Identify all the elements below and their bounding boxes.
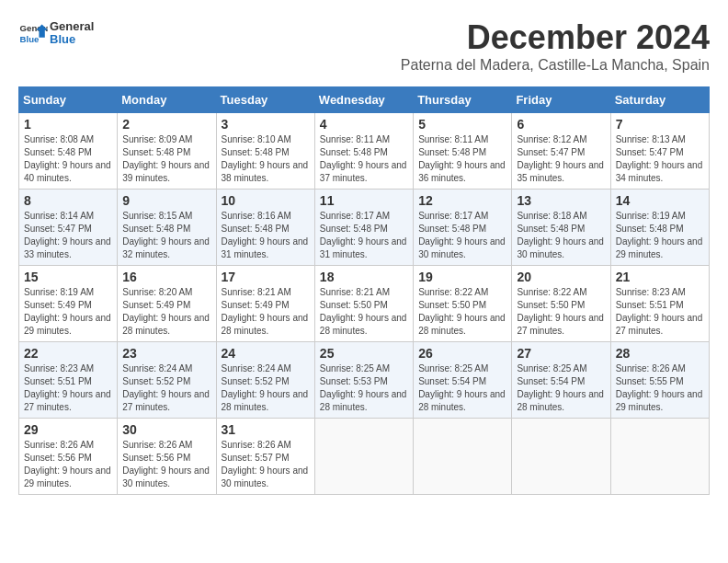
day-info: Sunrise: 8:10 AM Sunset: 5:48 PM Dayligh… — [222, 134, 309, 183]
day-info: Sunrise: 8:14 AM Sunset: 5:47 PM Dayligh… — [24, 211, 111, 259]
calendar-cell: 19 Sunrise: 8:22 AM Sunset: 5:50 PM Dayl… — [414, 266, 512, 342]
calendar-cell: 14 Sunrise: 8:19 AM Sunset: 5:48 PM Dayl… — [610, 190, 709, 266]
day-info: Sunrise: 8:17 AM Sunset: 5:48 PM Dayligh… — [418, 211, 506, 259]
day-info: Sunrise: 8:19 AM Sunset: 5:48 PM Dayligh… — [616, 211, 703, 259]
calendar-cell: 24 Sunrise: 8:24 AM Sunset: 5:52 PM Dayl… — [216, 342, 314, 419]
logo-general-text: General — [50, 19, 94, 33]
day-number: 10 — [222, 193, 310, 208]
day-number: 3 — [222, 117, 310, 132]
day-number: 12 — [418, 193, 506, 208]
calendar-cell: 16 Sunrise: 8:20 AM Sunset: 5:49 PM Dayl… — [118, 266, 216, 342]
weekday-header-wednesday: Wednesday — [314, 87, 413, 113]
weekday-header-thursday: Thursday — [414, 87, 512, 113]
day-number: 5 — [418, 117, 506, 132]
calendar-cell: 18 Sunrise: 8:21 AM Sunset: 5:50 PM Dayl… — [314, 266, 413, 342]
calendar-cell: 15 Sunrise: 8:19 AM Sunset: 5:49 PM Dayl… — [19, 266, 118, 342]
calendar-cell — [314, 419, 413, 495]
day-info: Sunrise: 8:18 AM Sunset: 5:48 PM Dayligh… — [517, 211, 604, 259]
day-info: Sunrise: 8:21 AM Sunset: 5:49 PM Dayligh… — [222, 287, 309, 336]
day-number: 22 — [24, 346, 112, 361]
calendar-cell: 25 Sunrise: 8:25 AM Sunset: 5:53 PM Dayl… — [314, 342, 413, 419]
day-number: 30 — [122, 422, 210, 437]
day-number: 16 — [122, 270, 210, 284]
weekday-header-sunday: Sunday — [19, 87, 118, 113]
calendar-cell: 28 Sunrise: 8:26 AM Sunset: 5:55 PM Dayl… — [610, 342, 709, 419]
day-number: 1 — [24, 117, 112, 132]
day-info: Sunrise: 8:26 AM Sunset: 5:56 PM Dayligh… — [122, 440, 210, 488]
day-info: Sunrise: 8:25 AM Sunset: 5:54 PM Dayligh… — [517, 363, 604, 412]
logo-icon: General Blue — [18, 18, 48, 48]
day-info: Sunrise: 8:11 AM Sunset: 5:48 PM Dayligh… — [320, 134, 407, 183]
calendar-cell: 8 Sunrise: 8:14 AM Sunset: 5:47 PM Dayli… — [19, 190, 118, 266]
day-info: Sunrise: 8:22 AM Sunset: 5:50 PM Dayligh… — [517, 287, 604, 336]
day-number: 2 — [122, 117, 210, 132]
day-info: Sunrise: 8:16 AM Sunset: 5:48 PM Dayligh… — [222, 211, 309, 259]
day-info: Sunrise: 8:23 AM Sunset: 5:51 PM Dayligh… — [616, 287, 703, 336]
day-info: Sunrise: 8:08 AM Sunset: 5:48 PM Dayligh… — [24, 134, 111, 183]
calendar-cell: 5 Sunrise: 8:11 AM Sunset: 5:48 PM Dayli… — [414, 113, 512, 190]
month-title: December 2024 — [401, 18, 710, 57]
calendar-cell: 30 Sunrise: 8:26 AM Sunset: 5:56 PM Dayl… — [118, 419, 216, 495]
day-number: 17 — [222, 270, 310, 284]
calendar-cell: 11 Sunrise: 8:17 AM Sunset: 5:48 PM Dayl… — [314, 190, 413, 266]
day-info: Sunrise: 8:13 AM Sunset: 5:47 PM Dayligh… — [616, 134, 703, 183]
weekday-header-friday: Friday — [512, 87, 610, 113]
day-info: Sunrise: 8:20 AM Sunset: 5:49 PM Dayligh… — [122, 287, 210, 336]
day-number: 23 — [122, 346, 210, 361]
svg-text:Blue: Blue — [20, 34, 40, 44]
calendar-cell: 21 Sunrise: 8:23 AM Sunset: 5:51 PM Dayl… — [610, 266, 709, 342]
day-info: Sunrise: 8:19 AM Sunset: 5:49 PM Dayligh… — [24, 287, 111, 336]
day-number: 26 — [418, 346, 506, 361]
day-info: Sunrise: 8:25 AM Sunset: 5:53 PM Dayligh… — [320, 363, 407, 412]
day-info: Sunrise: 8:23 AM Sunset: 5:51 PM Dayligh… — [24, 363, 111, 412]
calendar-cell: 4 Sunrise: 8:11 AM Sunset: 5:48 PM Dayli… — [314, 113, 413, 190]
weekday-header-tuesday: Tuesday — [216, 87, 314, 113]
day-number: 7 — [616, 117, 704, 132]
day-number: 27 — [517, 346, 605, 361]
day-number: 15 — [24, 270, 112, 284]
calendar-cell — [512, 419, 610, 495]
day-info: Sunrise: 8:15 AM Sunset: 5:48 PM Dayligh… — [122, 211, 210, 259]
day-info: Sunrise: 8:26 AM Sunset: 5:56 PM Dayligh… — [24, 440, 111, 488]
header: General Blue General Blue December 2024 … — [18, 18, 710, 83]
calendar-cell: 2 Sunrise: 8:09 AM Sunset: 5:48 PM Dayli… — [118, 113, 216, 190]
calendar-cell: 12 Sunrise: 8:17 AM Sunset: 5:48 PM Dayl… — [414, 190, 512, 266]
calendar-cell: 26 Sunrise: 8:25 AM Sunset: 5:54 PM Dayl… — [414, 342, 512, 419]
day-info: Sunrise: 8:24 AM Sunset: 5:52 PM Dayligh… — [122, 363, 210, 412]
calendar-cell: 13 Sunrise: 8:18 AM Sunset: 5:48 PM Dayl… — [512, 190, 610, 266]
day-number: 9 — [122, 193, 210, 208]
calendar-cell: 9 Sunrise: 8:15 AM Sunset: 5:48 PM Dayli… — [118, 190, 216, 266]
calendar-cell: 27 Sunrise: 8:25 AM Sunset: 5:54 PM Dayl… — [512, 342, 610, 419]
day-info: Sunrise: 8:25 AM Sunset: 5:54 PM Dayligh… — [418, 363, 506, 412]
calendar-cell: 20 Sunrise: 8:22 AM Sunset: 5:50 PM Dayl… — [512, 266, 610, 342]
day-number: 25 — [320, 346, 408, 361]
calendar-cell: 7 Sunrise: 8:13 AM Sunset: 5:47 PM Dayli… — [610, 113, 709, 190]
logo: General Blue General Blue — [18, 18, 94, 48]
weekday-header-saturday: Saturday — [610, 87, 709, 113]
day-number: 21 — [616, 270, 704, 284]
day-number: 11 — [320, 193, 408, 208]
day-number: 4 — [320, 117, 408, 132]
day-number: 8 — [24, 193, 112, 208]
day-number: 20 — [517, 270, 605, 284]
day-number: 19 — [418, 270, 506, 284]
day-number: 29 — [24, 422, 112, 437]
calendar-cell: 29 Sunrise: 8:26 AM Sunset: 5:56 PM Dayl… — [19, 419, 118, 495]
calendar-cell: 10 Sunrise: 8:16 AM Sunset: 5:48 PM Dayl… — [216, 190, 314, 266]
calendar-cell — [610, 419, 709, 495]
day-number: 18 — [320, 270, 408, 284]
day-info: Sunrise: 8:26 AM Sunset: 5:57 PM Dayligh… — [222, 440, 309, 488]
logo-blue-text: Blue — [50, 32, 75, 46]
calendar-cell: 6 Sunrise: 8:12 AM Sunset: 5:47 PM Dayli… — [512, 113, 610, 190]
calendar-cell: 1 Sunrise: 8:08 AM Sunset: 5:48 PM Dayli… — [19, 113, 118, 190]
day-number: 13 — [517, 193, 605, 208]
calendar-table: SundayMondayTuesdayWednesdayThursdayFrid… — [18, 86, 710, 495]
weekday-header-monday: Monday — [118, 87, 216, 113]
calendar-cell: 31 Sunrise: 8:26 AM Sunset: 5:57 PM Dayl… — [216, 419, 314, 495]
day-info: Sunrise: 8:11 AM Sunset: 5:48 PM Dayligh… — [418, 134, 506, 183]
location-title: Paterna del Madera, Castille-La Mancha, … — [401, 57, 710, 74]
calendar-cell: 17 Sunrise: 8:21 AM Sunset: 5:49 PM Dayl… — [216, 266, 314, 342]
day-info: Sunrise: 8:17 AM Sunset: 5:48 PM Dayligh… — [320, 211, 407, 259]
day-number: 6 — [517, 117, 605, 132]
day-info: Sunrise: 8:12 AM Sunset: 5:47 PM Dayligh… — [517, 134, 604, 183]
